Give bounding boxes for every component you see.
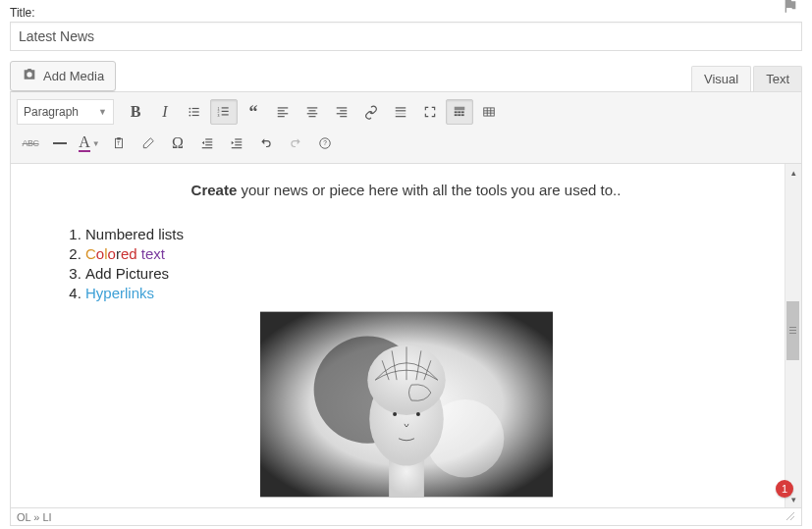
svg-rect-28 bbox=[455, 107, 465, 111]
svg-point-2 bbox=[189, 111, 190, 113]
insert-more-icon bbox=[394, 104, 407, 120]
svg-rect-34 bbox=[461, 114, 464, 116]
list-item[interactable]: Colored text bbox=[85, 245, 752, 262]
svg-rect-26 bbox=[396, 113, 406, 114]
indent-icon bbox=[230, 135, 244, 151]
align-right-button[interactable] bbox=[328, 99, 355, 125]
toolbar-toggle-icon bbox=[453, 104, 466, 120]
resize-handle[interactable] bbox=[784, 509, 795, 523]
clipboard-icon: T bbox=[112, 135, 126, 151]
table-icon bbox=[482, 104, 496, 120]
svg-rect-17 bbox=[308, 110, 315, 111]
svg-rect-46 bbox=[202, 147, 213, 148]
svg-text:?: ? bbox=[323, 139, 327, 146]
editor-content-area[interactable]: Create your news or piece here with all … bbox=[11, 164, 801, 507]
undo-button[interactable] bbox=[252, 131, 280, 156]
svg-rect-1 bbox=[192, 108, 199, 109]
strikethrough-button[interactable]: ABC bbox=[17, 131, 44, 156]
svg-rect-47 bbox=[235, 138, 242, 139]
help-icon: ? bbox=[318, 135, 332, 151]
flag-icon[interactable] bbox=[783, 0, 798, 17]
svg-rect-23 bbox=[340, 116, 347, 117]
align-left-icon bbox=[276, 104, 290, 120]
align-center-button[interactable] bbox=[298, 99, 326, 125]
content-headline[interactable]: Create your news or piece here with all … bbox=[60, 182, 752, 198]
eraser-icon bbox=[141, 135, 155, 151]
help-button[interactable]: ? bbox=[311, 131, 339, 156]
svg-point-65 bbox=[415, 412, 419, 416]
vertical-scrollbar[interactable]: ▴ ▾ bbox=[785, 164, 801, 507]
svg-text:T: T bbox=[117, 141, 120, 146]
italic-icon: I bbox=[162, 103, 167, 121]
content-ordered-list[interactable]: Numbered lists Colored text Add Pictures… bbox=[66, 226, 752, 301]
undo-icon bbox=[259, 135, 273, 151]
camera-music-icon bbox=[22, 67, 37, 85]
list-item[interactable]: Add Pictures bbox=[85, 265, 752, 282]
svg-rect-49 bbox=[235, 144, 242, 145]
hr-icon bbox=[53, 142, 67, 144]
svg-text:3: 3 bbox=[218, 114, 220, 118]
numbered-list-icon: 123 bbox=[217, 104, 231, 120]
omega-icon: Ω bbox=[172, 134, 184, 152]
paste-text-button[interactable]: T bbox=[105, 131, 133, 156]
tab-visual[interactable]: Visual bbox=[691, 66, 751, 91]
italic-button[interactable]: I bbox=[151, 99, 179, 125]
svg-line-66 bbox=[786, 512, 794, 520]
svg-rect-24 bbox=[396, 107, 406, 108]
redo-button[interactable] bbox=[282, 131, 309, 156]
insert-more-button[interactable] bbox=[387, 99, 414, 125]
svg-rect-43 bbox=[205, 138, 212, 139]
insert-link-button[interactable] bbox=[357, 99, 385, 125]
svg-rect-14 bbox=[278, 113, 289, 114]
hyperlink-text[interactable]: Hyperlinks bbox=[85, 285, 154, 301]
redo-icon bbox=[289, 135, 302, 151]
blockquote-button[interactable]: “ bbox=[240, 99, 267, 125]
svg-rect-18 bbox=[307, 113, 318, 114]
special-char-button[interactable]: Ω bbox=[164, 131, 191, 156]
title-input[interactable] bbox=[10, 22, 802, 51]
editor-toolbar: Paragraph ▼ B I 123 “ bbox=[11, 92, 801, 164]
tab-text[interactable]: Text bbox=[753, 66, 802, 91]
svg-rect-33 bbox=[458, 114, 460, 116]
svg-rect-31 bbox=[461, 111, 464, 113]
svg-rect-21 bbox=[340, 110, 347, 111]
bold-button[interactable]: B bbox=[122, 99, 149, 125]
align-right-icon bbox=[335, 104, 349, 120]
notification-badge[interactable]: 1 bbox=[776, 480, 793, 498]
hr-button[interactable] bbox=[46, 131, 74, 156]
text-color-button[interactable]: A▼ bbox=[76, 131, 103, 156]
svg-rect-9 bbox=[222, 111, 229, 112]
svg-rect-29 bbox=[455, 111, 458, 113]
align-left-button[interactable] bbox=[269, 99, 297, 125]
bold-icon: B bbox=[131, 103, 141, 121]
editor-mode-tabs: Visual Text bbox=[691, 66, 802, 91]
numbered-list-button[interactable]: 123 bbox=[210, 99, 238, 125]
content-image[interactable] bbox=[60, 311, 752, 498]
indent-button[interactable] bbox=[223, 131, 250, 156]
svg-rect-7 bbox=[222, 107, 229, 108]
bullet-list-icon bbox=[188, 104, 201, 120]
scroll-up-arrow[interactable]: ▴ bbox=[785, 164, 801, 181]
add-media-button[interactable]: Add Media bbox=[10, 61, 116, 91]
phrenology-head-image bbox=[260, 311, 553, 498]
editor-status-bar: OL » LI bbox=[10, 508, 802, 526]
list-item[interactable]: Numbered lists bbox=[85, 226, 752, 242]
format-dropdown[interactable]: Paragraph ▼ bbox=[17, 99, 114, 125]
svg-rect-15 bbox=[278, 116, 285, 117]
table-button[interactable] bbox=[475, 99, 503, 125]
svg-rect-16 bbox=[307, 107, 318, 108]
add-media-label: Add Media bbox=[43, 69, 104, 83]
scrollbar-thumb[interactable] bbox=[786, 301, 799, 360]
outdent-button[interactable] bbox=[193, 131, 221, 156]
bullet-list-button[interactable] bbox=[181, 99, 208, 125]
toolbar-toggle-button[interactable] bbox=[446, 99, 473, 125]
element-path[interactable]: OL » LI bbox=[17, 511, 52, 523]
svg-rect-35 bbox=[484, 108, 495, 116]
chevron-down-icon: ▼ bbox=[92, 139, 100, 148]
svg-rect-25 bbox=[396, 110, 406, 111]
fullscreen-button[interactable] bbox=[416, 99, 444, 125]
svg-point-4 bbox=[189, 115, 190, 117]
list-item[interactable]: Hyperlinks bbox=[85, 285, 752, 301]
svg-rect-11 bbox=[222, 114, 229, 115]
clear-formatting-button[interactable] bbox=[135, 131, 162, 156]
